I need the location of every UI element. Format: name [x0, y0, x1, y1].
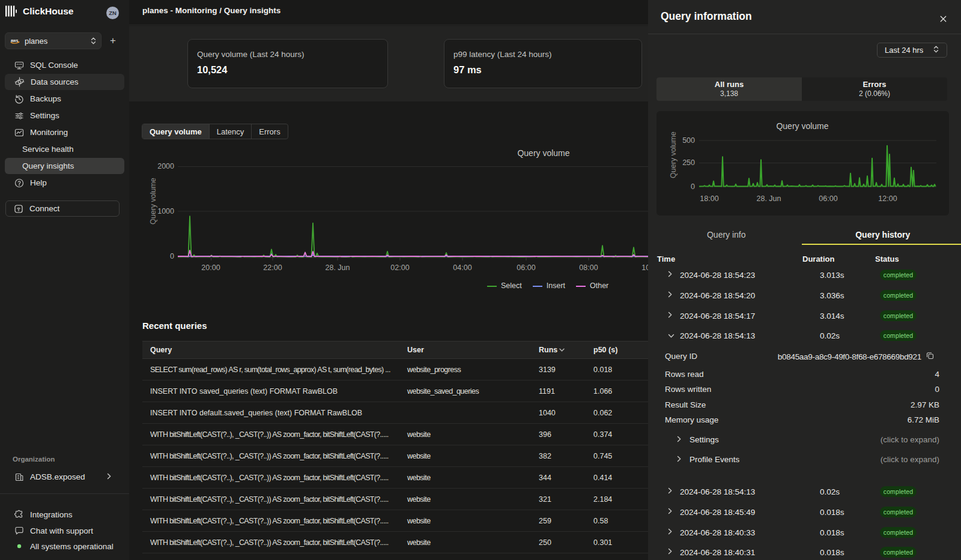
svg-text:08:00: 08:00	[579, 263, 598, 272]
svg-text:06:00: 06:00	[517, 263, 535, 272]
svg-text:250: 250	[682, 158, 695, 167]
svg-text:04:00: 04:00	[453, 263, 471, 272]
svg-text:1000: 1000	[157, 207, 174, 215]
svg-text:Query volume: Query volume	[149, 178, 157, 224]
svg-text:02:00: 02:00	[390, 263, 409, 272]
svg-text:Query volume: Query volume	[669, 131, 678, 178]
svg-text:28. Jun: 28. Jun	[325, 263, 350, 272]
svg-text:28. Jun: 28. Jun	[756, 194, 781, 203]
svg-text:2000: 2000	[157, 162, 174, 170]
svg-text:0: 0	[691, 182, 695, 191]
svg-text:500: 500	[682, 136, 695, 145]
svg-text:20:00: 20:00	[201, 263, 220, 272]
svg-text:0: 0	[170, 252, 174, 260]
svg-text:Query volume: Query volume	[776, 121, 828, 131]
svg-text:06:00: 06:00	[819, 194, 837, 203]
svg-text:22:00: 22:00	[263, 263, 282, 272]
svg-text:18:00: 18:00	[700, 194, 718, 203]
svg-text:aws: aws	[11, 38, 19, 42]
svg-text:12:00: 12:00	[878, 194, 897, 203]
